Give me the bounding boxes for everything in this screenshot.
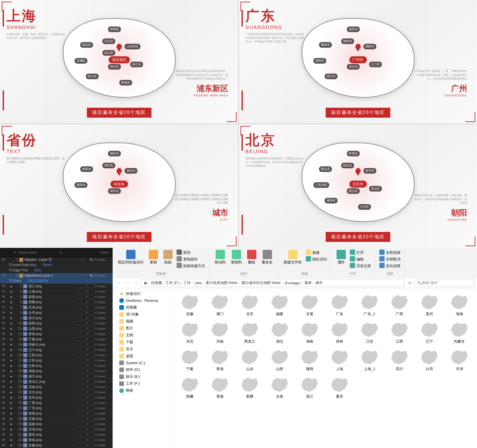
file-item[interactable]: 浙江 xyxy=(296,375,323,401)
file-item[interactable]: 内蒙古 xyxy=(446,320,473,346)
copyto-button[interactable]: 复制到 xyxy=(230,249,243,265)
sidebar-item[interactable]: 快速访问 xyxy=(113,290,172,297)
copy-button[interactable]: 复制 xyxy=(147,249,159,265)
file-item[interactable]: 上海_1 xyxy=(356,347,383,373)
ae-layer-row[interactable]: 👁1Adjustment Layer 1/fx⊙ None xyxy=(0,273,113,278)
ae-layer-row[interactable]: 👁▸9四川.png/⊙ None xyxy=(0,315,113,321)
properties-button[interactable]: 属性 xyxy=(335,249,347,265)
sidebar-item[interactable]: 工作 (F:) xyxy=(113,380,172,387)
paste-button[interactable]: 粘贴 xyxy=(162,249,174,265)
ae-layer-row[interactable]: 👁▸25广西.png/⊙ None xyxy=(0,400,113,406)
ae-layer-row[interactable]: 👁▸19湖南.png/⊙ None xyxy=(0,368,113,374)
sidebar-item[interactable]: 下载 xyxy=(113,339,172,346)
ae-layer-row[interactable]: 👁▸3浙江.png/⊙ None xyxy=(0,284,113,289)
rename-button[interactable]: 重命名 xyxy=(260,249,274,265)
ae-layer-row[interactable]: 👁▸32香港.png/⊙ None xyxy=(0,437,113,443)
file-item[interactable]: 江苏 xyxy=(356,320,383,346)
file-item[interactable]: 广东_1 xyxy=(356,292,383,318)
sidebar-item[interactable]: 音乐 xyxy=(113,346,172,353)
sidebar-item[interactable]: 图片 xyxy=(113,325,172,332)
breadcrumb-segment[interactable]: 此电脑 xyxy=(151,280,162,285)
ae-layer-row[interactable]: 👁1Adjustm...Layer 21/fx⊙ None xyxy=(0,257,113,262)
file-item[interactable]: 重庆 xyxy=(326,375,353,401)
pin-button[interactable]: 固定到快速访问 xyxy=(117,249,145,265)
file-item[interactable]: 香港 xyxy=(206,375,233,401)
file-item[interactable]: 海南 xyxy=(446,292,473,318)
after-effects-timeline[interactable]: #Source NamefxParent 👁1Adjustm...Layer 2… xyxy=(0,248,113,448)
file-item[interactable]: 安徽 xyxy=(176,292,203,318)
breadcrumb-segment[interactable]: (Footage) xyxy=(285,281,300,285)
ae-layer-row[interactable]: 👁▸12青海.png/⊙ None xyxy=(0,331,113,337)
file-item[interactable]: 吉林 xyxy=(326,320,353,346)
newfolder-button[interactable]: 新建文件夹 xyxy=(282,249,303,265)
file-item[interactable]: 河北 xyxy=(176,320,203,346)
sidebar-item[interactable]: 视频 xyxy=(113,318,172,325)
selectall-button[interactable]: 全部选择 xyxy=(379,249,400,256)
ae-layer-row[interactable]: 👁▸26广东.png/⊙ None xyxy=(0,406,113,411)
file-grid[interactable]: 安徽澳门北京福建甘肃广东广东_1广西贵州海南河北河南黑龙江湖北湖南吉林江苏江西辽… xyxy=(172,288,477,448)
ae-layer-row[interactable]: 👁▸13宁夏.png/⊙ None xyxy=(0,337,113,342)
moveto-button[interactable]: 移动到 xyxy=(213,249,227,265)
ae-layer-row[interactable]: 👁▸17江苏.png/⊙ None xyxy=(0,358,113,363)
breadcrumb-segment[interactable]: 城市 xyxy=(315,280,323,285)
ae-layer-row[interactable]: 👁▸23河北.png/⊙ None xyxy=(0,390,113,395)
ae-layer-row[interactable]: 👁▸30天津.png/⊙ None xyxy=(0,427,113,432)
ae-layer-row[interactable]: 👁▸22河南.png/⊙ None xyxy=(0,384,113,390)
sidebar-item[interactable]: System (C:) xyxy=(113,360,172,366)
ae-layer-row[interactable]: Ö Scale100.0,100.0% xyxy=(0,278,113,284)
new-item-button[interactable]: 新建 xyxy=(306,249,327,256)
file-item[interactable]: 四川 xyxy=(386,347,413,373)
ae-layer-row[interactable]: 👁▸15辽宁.png/⊙ None xyxy=(0,347,113,353)
file-item[interactable]: 北京 xyxy=(236,292,263,318)
ae-layer-row[interactable]: 👁▸10陕西.png/⊙ None xyxy=(0,321,113,326)
ae-layer-row[interactable]: 👁▸27海南.png/⊙ None xyxy=(0,411,113,416)
sidebar-item[interactable]: 软件 (D:) xyxy=(113,366,172,373)
file-item[interactable]: 云南 xyxy=(266,375,293,401)
file-item[interactable]: 澳门 xyxy=(206,292,233,318)
breadcrumb[interactable]: 🖥›此电脑›工作 (F:)›工作›Vkhi›素白纸质地图 folder›素白城市… xyxy=(141,279,405,287)
file-item[interactable]: 山西 xyxy=(266,347,293,373)
file-item[interactable]: 上海 xyxy=(326,347,353,373)
breadcrumb-segment[interactable]: 素白城市区位地图 folder xyxy=(241,280,281,285)
sidebar-item[interactable]: 桌面 xyxy=(113,353,172,360)
pasteshortcut-button[interactable]: 粘贴快捷方式 xyxy=(177,262,205,269)
ae-layer-row[interactable]: 👁▸18吉林.png/⊙ None xyxy=(0,363,113,368)
breadcrumb-segment[interactable]: 素白纸质地图 folder xyxy=(206,280,238,285)
file-item[interactable]: 青海 xyxy=(206,347,233,373)
history-button[interactable]: 历史记录 xyxy=(350,262,371,269)
ae-layer-row[interactable]: 👁▸33安徽.png/⊙ None xyxy=(0,443,113,448)
ae-layer-row[interactable]: 👁▸11山西.png/⊙ None xyxy=(0,326,113,331)
ae-layer-row[interactable]: 👁▸16江西.png/⊙ None xyxy=(0,353,113,358)
sidebar-item[interactable]: 3D 对象 xyxy=(113,311,172,318)
file-item[interactable]: 广东 xyxy=(326,292,353,318)
breadcrumb-segment[interactable]: Vkhi xyxy=(195,281,202,285)
file-item[interactable]: 新疆 xyxy=(236,375,263,401)
file-item[interactable]: 山东 xyxy=(236,347,263,373)
ae-layer-row[interactable]: 👁▸29福建.png/⊙ None xyxy=(0,421,113,427)
file-item[interactable]: 湖北 xyxy=(266,320,293,346)
ae-layer-row[interactable]: 👁▸14内蒙古.png/⊙ None xyxy=(0,342,113,347)
breadcrumb-segment[interactable]: 工作 (F:) xyxy=(166,280,180,285)
sidebar-item[interactable]: 网络 xyxy=(113,387,172,394)
file-item[interactable]: 福建 xyxy=(266,292,293,318)
ae-layer-row[interactable]: 👁▸5新疆.png/⊙ None xyxy=(0,294,113,300)
ae-layer-row[interactable]: 👁▸31重庆.png/⊙ None xyxy=(0,432,113,437)
ae-layer-row[interactable]: Ö Inner/Outer KeyReset xyxy=(0,262,113,268)
file-item[interactable]: 台湾 xyxy=(416,347,443,373)
back-button[interactable]: ← xyxy=(115,279,123,287)
easyaccess-button[interactable]: 轻松访问 xyxy=(306,256,327,262)
file-item[interactable]: 陕西 xyxy=(296,347,323,373)
ae-layer-row[interactable]: 👁▸21黑龙江.png/⊙ None xyxy=(0,379,113,384)
file-item[interactable]: 江西 xyxy=(386,320,413,346)
ae-layer-row[interactable]: 👁▸8台湾.png/⊙ None xyxy=(0,310,113,315)
ae-layer-row[interactable]: 👁▸24贵州.png/⊙ None xyxy=(0,395,113,400)
copypath-button[interactable]: 复制路径 xyxy=(177,256,205,262)
file-item[interactable]: 甘肃 xyxy=(296,292,323,318)
file-item[interactable]: 天津 xyxy=(446,347,473,373)
open-button[interactable]: 打开 xyxy=(350,249,371,256)
breadcrumb-segment[interactable]: 工作 xyxy=(184,280,191,285)
search-input[interactable]: 🔍 搜索"城市" xyxy=(415,279,474,287)
ae-layer-row[interactable]: 👁▸20湖北.png/⊙ None xyxy=(0,374,113,379)
file-item[interactable]: 黑龙江 xyxy=(236,320,263,346)
cut-button[interactable]: 剪切 xyxy=(177,249,205,256)
